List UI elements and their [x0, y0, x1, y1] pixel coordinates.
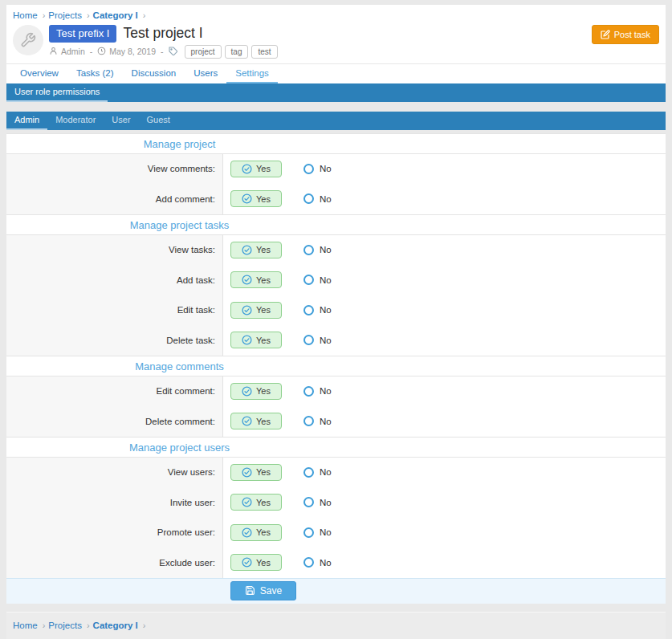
yes-label: Yes [256, 498, 271, 507]
role-tab-guest[interactable]: Guest [139, 112, 178, 130]
radio-circle-icon [303, 557, 314, 568]
meta-separator: - [90, 47, 93, 56]
breadcrumb-link-category-i[interactable]: Category I [93, 621, 138, 630]
section-heading: Manage comments [6, 356, 666, 376]
chevron-right-icon: › [43, 10, 46, 20]
permission-controls: YesNo [223, 325, 666, 356]
permission-controls: YesNo [223, 547, 666, 578]
project-prefix-badge[interactable]: Test prefix I [49, 25, 116, 43]
check-circle-icon [242, 467, 252, 478]
no-option-radio[interactable]: No [303, 557, 332, 568]
save-label: Save [260, 585, 282, 596]
tab-user-role-permissions[interactable]: User role permissions [6, 83, 108, 102]
permission-controls: YesNo [223, 295, 666, 326]
yes-option-button[interactable]: Yes [230, 271, 282, 288]
permission-controls: YesNo [223, 518, 666, 548]
permission-row: Add comment:YesNo [6, 184, 666, 214]
yes-option-button[interactable]: Yes [230, 464, 282, 481]
date-label: May 8, 2019 [109, 47, 156, 56]
permission-controls: YesNo [223, 406, 666, 437]
permission-row: View users:YesNo [6, 458, 666, 488]
yes-option-button[interactable]: Yes [230, 413, 282, 429]
no-option-radio[interactable]: No [303, 305, 332, 315]
radio-circle-icon [303, 467, 314, 478]
save-button[interactable]: Save [230, 581, 296, 600]
no-option-radio[interactable]: No [303, 193, 332, 204]
tab-settings[interactable]: Settings [226, 64, 278, 83]
yes-label: Yes [256, 194, 271, 204]
yes-option-button[interactable]: Yes [230, 494, 282, 511]
yes-option-button[interactable]: Yes [230, 554, 282, 571]
check-circle-icon [242, 193, 252, 204]
yes-option-button[interactable]: Yes [230, 383, 282, 400]
role-tab-moderator[interactable]: Moderator [47, 112, 104, 130]
permission-label: Add comment: [6, 184, 223, 214]
yes-option-button[interactable]: Yes [230, 302, 282, 319]
spacer [6, 102, 666, 112]
author-label: Admin [61, 47, 85, 56]
radio-circle-icon [303, 164, 314, 174]
section-heading: Manage project tasks [6, 214, 666, 235]
tag-badge-tag[interactable]: tag [225, 45, 249, 59]
tag-list: projecttagtest [181, 47, 278, 56]
no-label: No [320, 386, 332, 396]
yes-option-button[interactable]: Yes [230, 242, 282, 258]
no-option-radio[interactable]: No [303, 245, 332, 255]
yes-option-button[interactable]: Yes [230, 524, 282, 541]
breadcrumb-link-projects[interactable]: Projects [48, 621, 82, 630]
tag-badge-project[interactable]: project [185, 45, 222, 59]
post-task-label: Post task [614, 30, 650, 39]
tag-badge-test[interactable]: test [251, 45, 277, 59]
breadcrumb-link-home[interactable]: Home [13, 621, 38, 630]
check-circle-icon [242, 527, 252, 538]
project-avatar [13, 25, 43, 55]
radio-circle-icon [303, 305, 314, 315]
tab-overview[interactable]: Overview [11, 64, 67, 83]
section-title: Manage comments [6, 356, 352, 376]
yes-label: Yes [256, 386, 271, 396]
no-option-radio[interactable]: No [303, 416, 332, 426]
page: Home›Projects›Category I› Test prefix I … [0, 0, 672, 639]
no-option-radio[interactable]: No [303, 467, 332, 478]
post-task-button[interactable]: Post task [592, 25, 659, 44]
permission-label: View users: [6, 458, 223, 488]
project-title: Test project I [123, 25, 202, 42]
radio-circle-icon [303, 275, 314, 285]
no-option-radio[interactable]: No [303, 497, 332, 507]
no-option-radio[interactable]: No [303, 275, 332, 285]
breadcrumb-link-projects[interactable]: Projects [48, 10, 82, 20]
check-circle-icon [242, 305, 252, 315]
breadcrumb-link-category-i[interactable]: Category I [93, 10, 138, 20]
tag-icon [169, 47, 178, 56]
tab-users[interactable]: Users [185, 64, 226, 83]
permission-label: Delete comment: [6, 406, 223, 437]
footer: Home›Projects›Category I› [6, 612, 666, 639]
section-heading: Manage project [6, 133, 666, 154]
check-circle-icon [242, 557, 252, 568]
footer-breadcrumb: Home›Projects›Category I› [13, 621, 659, 630]
radio-circle-icon [303, 497, 314, 507]
yes-option-button[interactable]: Yes [230, 332, 282, 348]
no-option-radio[interactable]: No [303, 527, 332, 538]
no-label: No [320, 336, 332, 345]
yes-option-button[interactable]: Yes [230, 161, 282, 177]
permission-row: Exclude user:YesNo [6, 547, 666, 578]
yes-label: Yes [256, 245, 271, 254]
check-circle-icon [242, 275, 252, 285]
yes-label: Yes [256, 527, 271, 537]
permission-row: Edit comment:YesNo [6, 376, 666, 407]
role-tab-user[interactable]: User [104, 112, 138, 130]
yes-option-button[interactable]: Yes [230, 190, 282, 207]
permission-label: Promote user: [6, 518, 223, 548]
no-option-radio[interactable]: No [303, 335, 332, 345]
permission-label: Exclude user: [6, 547, 223, 578]
tab-discussion[interactable]: Discussion [123, 64, 185, 83]
role-tab-admin[interactable]: Admin [6, 112, 47, 130]
role-tabs-bar: AdminModeratorUserGuest [6, 112, 666, 130]
no-option-radio[interactable]: No [303, 386, 332, 397]
check-circle-icon [242, 164, 252, 174]
no-option-radio[interactable]: No [303, 164, 332, 174]
tab-tasks-2[interactable]: Tasks (2) [67, 64, 123, 83]
radio-circle-icon [303, 193, 314, 204]
breadcrumb-link-home[interactable]: Home [13, 10, 38, 20]
